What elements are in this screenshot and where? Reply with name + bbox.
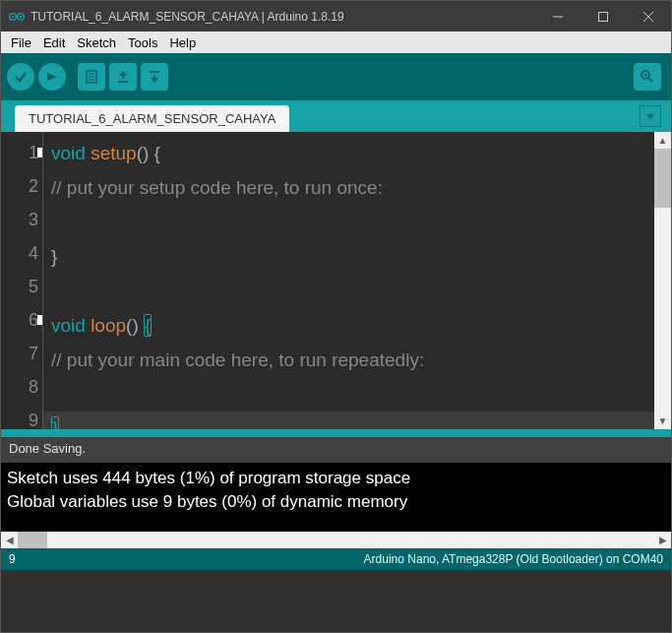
console-output[interactable]: Sketch uses 444 bytes (1%) of program st… xyxy=(1,463,671,532)
new-button[interactable] xyxy=(78,63,105,91)
code-line xyxy=(51,384,56,405)
toolbar xyxy=(1,53,671,100)
svg-marker-16 xyxy=(151,75,158,83)
svg-rect-6 xyxy=(599,12,608,21)
code-line: // put your main code here, to run repea… xyxy=(51,349,424,370)
code-line-current: } xyxy=(43,411,671,429)
code-line: void loop() { xyxy=(51,314,152,337)
console-horizontal-scrollbar[interactable]: ◀ ▶ xyxy=(1,532,671,548)
svg-line-19 xyxy=(648,78,652,82)
menu-edit[interactable]: Edit xyxy=(37,33,71,52)
scroll-right-arrow[interactable]: ▶ xyxy=(654,535,671,545)
line-number: 6 xyxy=(1,303,38,337)
sketch-tab[interactable]: TUTORIAL_6_ALARM_SENSOR_CAHAYA xyxy=(15,105,289,132)
code-line xyxy=(51,212,56,232)
scroll-up-arrow[interactable]: ▲ xyxy=(654,132,671,149)
menu-tools[interactable]: Tools xyxy=(122,33,163,52)
status-message: Done Saving. xyxy=(1,437,671,463)
line-number: 4 xyxy=(1,236,38,270)
upload-button[interactable] xyxy=(38,63,66,91)
line-number: 9 xyxy=(1,404,38,437)
footer-statusbar: 9 Arduino Nano, ATmega328P (Old Bootload… xyxy=(1,548,671,570)
tabbar: TUTORIAL_6_ALARM_SENSOR_CAHAYA xyxy=(1,100,671,132)
line-number: 5 xyxy=(1,270,38,303)
svg-marker-14 xyxy=(119,71,127,79)
open-button[interactable] xyxy=(109,63,137,91)
code-area[interactable]: void setup() { // put your setup code he… xyxy=(42,132,671,429)
code-line: void setup() { xyxy=(51,143,160,163)
menubar: File Edit Sketch Tools Help xyxy=(1,32,671,53)
cursor-line: 9 xyxy=(9,552,16,566)
verify-button[interactable] xyxy=(7,63,34,91)
console-line: Global variables use 9 bytes (0%) of dyn… xyxy=(7,490,665,514)
code-line: } xyxy=(51,246,57,267)
editor-vertical-scrollbar[interactable]: ▲ ▼ xyxy=(654,132,671,429)
scroll-down-arrow[interactable]: ▼ xyxy=(654,412,671,429)
window-titlebar: TUTORIAL_6_ALARM_SENSOR_CAHAYA | Arduino… xyxy=(1,1,671,32)
window-title: TUTORIAL_6_ALARM_SENSOR_CAHAYA | Arduino… xyxy=(31,10,535,24)
svg-marker-21 xyxy=(646,114,654,119)
arduino-app-icon xyxy=(9,9,25,25)
svg-point-20 xyxy=(644,74,647,77)
serial-monitor-button[interactable] xyxy=(634,63,661,91)
svg-marker-9 xyxy=(47,73,57,81)
code-editor[interactable]: 1 2 3 4 5 6 7 8 9 void setup() { // put … xyxy=(1,132,671,429)
divider xyxy=(1,429,671,437)
scroll-thumb[interactable] xyxy=(654,149,671,208)
scroll-left-arrow[interactable]: ◀ xyxy=(1,535,18,545)
menu-sketch[interactable]: Sketch xyxy=(71,33,122,52)
code-line xyxy=(51,281,56,301)
scroll-thumb[interactable] xyxy=(18,532,47,548)
minimize-button[interactable] xyxy=(535,1,580,32)
board-info: Arduino Nano, ATmega328P (Old Bootloader… xyxy=(364,552,663,566)
tab-menu-dropdown[interactable] xyxy=(640,105,661,127)
line-number: 3 xyxy=(1,203,38,236)
close-button[interactable] xyxy=(626,1,671,32)
line-number: 2 xyxy=(1,169,38,203)
line-number: 7 xyxy=(1,337,38,370)
menu-help[interactable]: Help xyxy=(163,33,202,52)
maximize-button[interactable] xyxy=(580,1,626,32)
scroll-track[interactable] xyxy=(18,532,654,548)
save-button[interactable] xyxy=(141,63,168,91)
line-gutter: 1 2 3 4 5 6 7 8 9 xyxy=(1,132,42,429)
code-line: // put your setup code here, to run once… xyxy=(51,177,383,198)
line-number: 1 xyxy=(1,136,38,169)
console-line: Sketch uses 444 bytes (1%) of program st… xyxy=(7,467,665,490)
line-number: 8 xyxy=(1,370,38,404)
menu-file[interactable]: File xyxy=(5,33,37,52)
